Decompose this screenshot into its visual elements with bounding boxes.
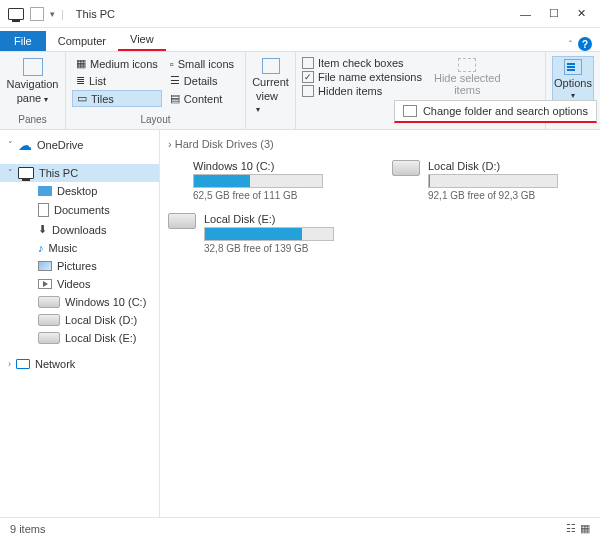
layout-list[interactable]: ≣List <box>72 73 162 88</box>
ribbon: Navigation pane ▾ Panes ▦Medium icons ▫S… <box>0 52 600 130</box>
item-check-boxes-toggle[interactable]: Item check boxes <box>302 56 422 70</box>
videos-icon <box>38 279 52 289</box>
sidebar-pictures[interactable]: Pictures <box>0 257 159 275</box>
sidebar-desktop[interactable]: Desktop <box>0 182 159 200</box>
tab-computer[interactable]: Computer <box>46 31 118 51</box>
title-bar: ▾ | This PC — ☐ ✕ <box>0 0 600 28</box>
folder-options-icon <box>403 105 417 117</box>
options-popup[interactable]: Change folder and search options <box>394 100 597 123</box>
nav-label2: pane ▾ <box>17 92 49 104</box>
sidebar-videos[interactable]: Videos <box>0 275 159 293</box>
drive-icon <box>38 296 60 308</box>
view-details-button[interactable]: ☷ <box>566 522 576 535</box>
pictures-icon <box>38 261 52 271</box>
tiles-icon: ▭ <box>77 92 87 105</box>
sidebar-music[interactable]: ♪Music <box>0 239 159 257</box>
content-icon: ▤ <box>170 92 180 105</box>
downloads-icon: ⬇ <box>38 223 47 236</box>
options-button[interactable]: Options ▾ <box>552 56 594 103</box>
documents-icon <box>38 203 49 217</box>
sidebar-downloads[interactable]: ⬇Downloads <box>0 220 159 239</box>
drive-d[interactable]: Local Disk (D:) 92,1 GB free of 92,3 GB <box>392 160 592 201</box>
drive-icon <box>38 332 60 344</box>
layout-details[interactable]: ☰Details <box>166 73 239 88</box>
small-icons-icon: ▫ <box>170 58 174 70</box>
navigation-pane-button[interactable]: Navigation pane ▾ <box>6 56 59 106</box>
hide-items-icon <box>458 58 476 72</box>
ribbon-collapse-icon[interactable]: ˆ <box>569 39 572 49</box>
usage-bar <box>193 174 323 188</box>
pc-icon <box>18 167 34 179</box>
sidebar-onedrive[interactable]: ˅☁OneDrive <box>0 134 159 156</box>
navigation-tree: ˅☁OneDrive ˅This PC Desktop Documents ⬇D… <box>0 130 160 517</box>
item-count: 9 items <box>10 523 45 535</box>
maximize-button[interactable]: ☐ <box>549 7 559 20</box>
tab-view[interactable]: View <box>118 29 166 51</box>
drive-icon <box>392 160 420 176</box>
minimize-button[interactable]: — <box>520 8 531 20</box>
qat-dropdown-icon[interactable]: ▾ <box>50 9 55 19</box>
file-name-extensions-toggle[interactable]: ✓File name extensions <box>302 70 422 84</box>
content-pane: › Hard Disk Drives (3) Windows 10 (C:) 6… <box>160 130 600 517</box>
sidebar-network[interactable]: ›Network <box>0 355 159 373</box>
network-icon <box>16 359 30 369</box>
current-view-icon <box>262 58 280 74</box>
current-view-button[interactable]: Current view ▾ <box>252 56 289 116</box>
nav-label: Navigation <box>7 78 59 90</box>
view-large-button[interactable]: ▦ <box>580 522 590 535</box>
navigation-pane-icon <box>23 58 43 76</box>
drive-icon <box>38 314 60 326</box>
layout-tiles[interactable]: ▭Tiles <box>72 90 162 107</box>
layout-content[interactable]: ▤Content <box>166 90 239 107</box>
drives-section-header[interactable]: › Hard Disk Drives (3) <box>168 134 592 154</box>
status-bar: 9 items ☷ ▦ <box>0 517 600 539</box>
list-icon: ≣ <box>76 74 85 87</box>
usage-bar <box>428 174 558 188</box>
desktop-icon <box>38 186 52 196</box>
app-icon <box>8 8 24 20</box>
usage-bar <box>204 227 334 241</box>
layout-small-icons[interactable]: ▫Small icons <box>166 56 239 71</box>
window-title: This PC <box>76 8 115 20</box>
music-icon: ♪ <box>38 242 44 254</box>
medium-icons-icon: ▦ <box>76 57 86 70</box>
details-icon: ☰ <box>170 74 180 87</box>
hide-selected-items-button[interactable]: Hide selected items <box>430 56 505 98</box>
drive-c[interactable]: Windows 10 (C:) 62,5 GB free of 111 GB <box>168 160 368 201</box>
ribbon-tabs: File Computer View ˆ ? <box>0 28 600 52</box>
onedrive-icon: ☁ <box>18 137 32 153</box>
options-icon <box>564 59 582 75</box>
drive-icon <box>168 213 196 229</box>
windows-drive-icon <box>168 160 185 201</box>
sidebar-drive-e[interactable]: Local Disk (E:) <box>0 329 159 347</box>
drive-e[interactable]: Local Disk (E:) 32,8 GB free of 139 GB <box>168 213 368 254</box>
sidebar-this-pc[interactable]: ˅This PC <box>0 164 159 182</box>
options-popup-label: Change folder and search options <box>423 105 588 117</box>
hidden-items-toggle[interactable]: Hidden items <box>302 84 422 98</box>
sidebar-drive-d[interactable]: Local Disk (D:) <box>0 311 159 329</box>
group-panes-label: Panes <box>6 114 59 125</box>
close-button[interactable]: ✕ <box>577 7 586 20</box>
help-icon[interactable]: ? <box>578 37 592 51</box>
tab-file[interactable]: File <box>0 31 46 51</box>
layout-medium-icons[interactable]: ▦Medium icons <box>72 56 162 71</box>
qat-props-icon[interactable] <box>30 7 44 21</box>
group-layout-label: Layout <box>72 114 239 125</box>
sidebar-drive-c[interactable]: Windows 10 (C:) <box>0 293 159 311</box>
sidebar-documents[interactable]: Documents <box>0 200 159 220</box>
